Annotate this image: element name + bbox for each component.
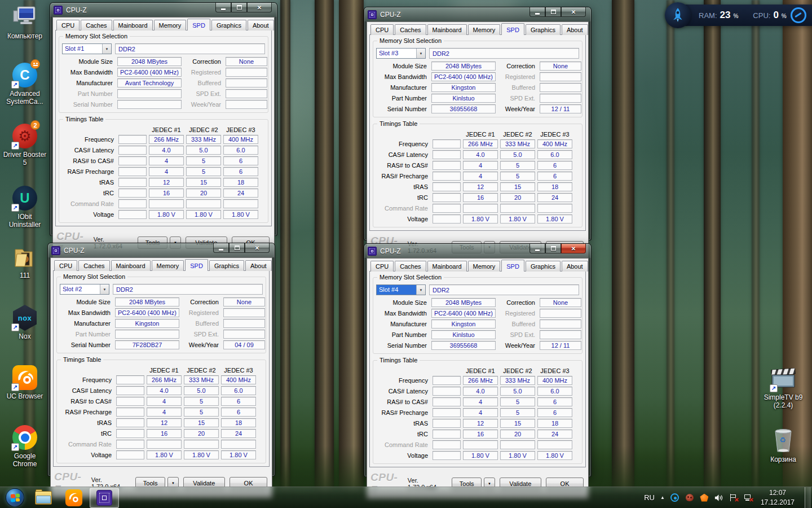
desktop-icon-computer[interactable]: Компьютер: [2, 5, 47, 40]
slot-select[interactable]: Slot #2 ▼: [60, 284, 109, 295]
tab-memory[interactable]: Memory: [152, 260, 184, 271]
tab-caches[interactable]: Caches: [395, 261, 426, 271]
volume-icon[interactable]: [714, 493, 723, 502]
hidden-icons-arrow[interactable]: ▲: [660, 495, 665, 500]
tab-mainboard[interactable]: Mainboard: [111, 260, 151, 271]
field-label: Module Size: [376, 299, 429, 306]
field-label: Correction: [184, 58, 223, 65]
taskbar-uc-browser-button[interactable]: [59, 488, 89, 508]
tab-spd[interactable]: SPD: [187, 19, 210, 30]
desktop-icon-simpletv[interactable]: ↗ SimpleTV b9 (2.2.4): [758, 366, 808, 409]
tab-about[interactable]: About: [245, 260, 272, 271]
timing-cell: [433, 440, 461, 449]
tray-app-icon[interactable]: [685, 493, 694, 502]
desktop-icon-uc-browser[interactable]: ↗ UC Browser: [2, 365, 47, 400]
tree-trunk: [339, 0, 364, 491]
tab-mainboard[interactable]: Mainboard: [427, 261, 467, 271]
network-error-icon[interactable]: ✕: [744, 493, 753, 502]
tab-graphics[interactable]: Graphics: [209, 260, 244, 271]
cpuz-window-slot2[interactable]: CPU-Z ✕ CPU Caches Mainboard Memory SPD …: [47, 243, 275, 476]
cpuz-app-icon: [54, 6, 63, 15]
tab-graphics[interactable]: Graphics: [526, 261, 561, 271]
desktop-icon-driver-booster[interactable]: ⚙ 2 ↗ Driver Booster 5: [2, 123, 47, 167]
timing-row-label: Voltage: [60, 452, 114, 458]
timing-cell: 5.0: [500, 150, 535, 159]
speedometer-icon[interactable]: [791, 7, 806, 23]
dropdown-arrow-icon[interactable]: ▼: [416, 49, 425, 58]
tab-cpu[interactable]: CPU: [370, 24, 394, 35]
maximize-button[interactable]: [545, 244, 561, 253]
taskbar-clock[interactable]: 12:07 17.12.2017: [761, 488, 795, 506]
dropdown-arrow-icon[interactable]: ▼: [416, 285, 425, 295]
window-titlebar[interactable]: CPU-Z ✕: [50, 243, 272, 257]
maximize-button[interactable]: [229, 243, 245, 253]
tab-memory[interactable]: Memory: [468, 261, 501, 271]
slot-select[interactable]: Slot #1 ▼: [62, 43, 112, 54]
tab-spd[interactable]: SPD: [501, 260, 524, 271]
tab-caches[interactable]: Caches: [81, 20, 112, 30]
tab-cpu[interactable]: CPU: [56, 20, 80, 30]
desktop-icon-folder-111[interactable]: 111: [2, 244, 47, 279]
desktop-icon-iobit-uninstaller[interactable]: U ↗ IObit Uninstaller: [2, 185, 47, 229]
minimize-button[interactable]: [529, 7, 545, 17]
minimize-button[interactable]: [215, 3, 231, 12]
timing-cell: [433, 419, 461, 428]
show-desktop-button[interactable]: [805, 487, 811, 508]
language-indicator[interactable]: RU: [644, 493, 655, 502]
desktop-icon-advanced-systemcare[interactable]: C ↗ Advanced SystemCa...: [2, 62, 47, 106]
tab-memory[interactable]: Memory: [468, 24, 501, 35]
maximize-button[interactable]: [545, 7, 561, 17]
tab-mainboard[interactable]: Mainboard: [427, 24, 467, 35]
maximize-button[interactable]: [231, 3, 247, 12]
tab-spd[interactable]: SPD: [185, 259, 208, 271]
cpuz-window-slot4[interactable]: CPU-Z ✕ CPU Caches Mainboard Memory SPD …: [364, 243, 592, 477]
tab-caches[interactable]: Caches: [78, 260, 109, 271]
close-button[interactable]: ✕: [247, 3, 272, 12]
minimize-button[interactable]: [213, 243, 229, 253]
slot-select[interactable]: Slot #3 ▼: [376, 48, 426, 59]
tab-mainboard[interactable]: Mainboard: [113, 20, 153, 30]
tab-memory[interactable]: Memory: [154, 20, 187, 30]
spd-ext-field: [540, 94, 581, 103]
tab-caches[interactable]: Caches: [395, 24, 426, 35]
desktop-icon-recycle-bin[interactable]: ♻ Корзина: [758, 428, 808, 463]
close-button[interactable]: ✕: [561, 244, 586, 253]
spd-tab-panel: Memory Slot Selection Slot #1 ▼ DDR2 Mod…: [55, 30, 272, 226]
tray-systemcare-icon[interactable]: [670, 493, 679, 502]
tab-about[interactable]: About: [562, 24, 588, 35]
tray-avast-icon[interactable]: [700, 493, 709, 502]
timing-cell: [463, 440, 498, 449]
timing-row-label: Command Rate: [60, 441, 114, 448]
slot-select[interactable]: Slot #4 ▼: [376, 284, 426, 295]
tab-spd[interactable]: SPD: [501, 23, 524, 35]
close-button[interactable]: ✕: [561, 7, 586, 17]
tab-graphics[interactable]: Graphics: [211, 20, 246, 30]
timing-cell: [118, 156, 147, 165]
spd-tab-panel: Memory Slot Selection Slot #4 ▼ DDR2 Mod…: [369, 271, 586, 467]
minimize-button[interactable]: [529, 244, 545, 253]
tab-graphics[interactable]: Graphics: [526, 24, 561, 35]
cpuz-window-slot3[interactable]: CPU-Z ✕ CPU Caches Mainboard Memory SPD …: [364, 7, 592, 240]
timing-cell: [118, 135, 147, 144]
action-center-flag-icon[interactable]: ✕: [729, 493, 738, 502]
window-titlebar[interactable]: CPU-Z ✕: [52, 3, 275, 17]
performance-monitor-widget[interactable]: RAM: 23 % CPU: 0 %: [666, 5, 812, 26]
dropdown-arrow-icon[interactable]: ▼: [102, 44, 111, 54]
window-titlebar[interactable]: CPU-Z ✕: [367, 7, 589, 21]
taskbar-cpuz-button[interactable]: [90, 488, 119, 508]
start-button[interactable]: [6, 488, 24, 507]
tab-cpu[interactable]: CPU: [370, 261, 394, 271]
rocket-icon[interactable]: [665, 2, 691, 28]
tab-about[interactable]: About: [248, 20, 274, 30]
tab-cpu[interactable]: CPU: [54, 260, 77, 271]
desktop-icon-google-chrome[interactable]: ↗ Google Chrome: [2, 424, 47, 468]
taskbar-explorer-button[interactable]: [29, 488, 58, 508]
window-titlebar[interactable]: CPU-Z ✕: [367, 244, 589, 258]
tab-about[interactable]: About: [562, 261, 588, 271]
dropdown-arrow-icon[interactable]: ▼: [100, 284, 109, 294]
cpuz-window-slot1[interactable]: CPU-Z ✕ CPU Caches Mainboard Memory SPD …: [50, 2, 277, 236]
close-button[interactable]: ✕: [245, 243, 270, 253]
field-label: Week/Year: [498, 342, 537, 349]
timing-cell: 16: [463, 430, 498, 439]
desktop-icon-nox[interactable]: nox ↗ Nox: [2, 305, 47, 340]
